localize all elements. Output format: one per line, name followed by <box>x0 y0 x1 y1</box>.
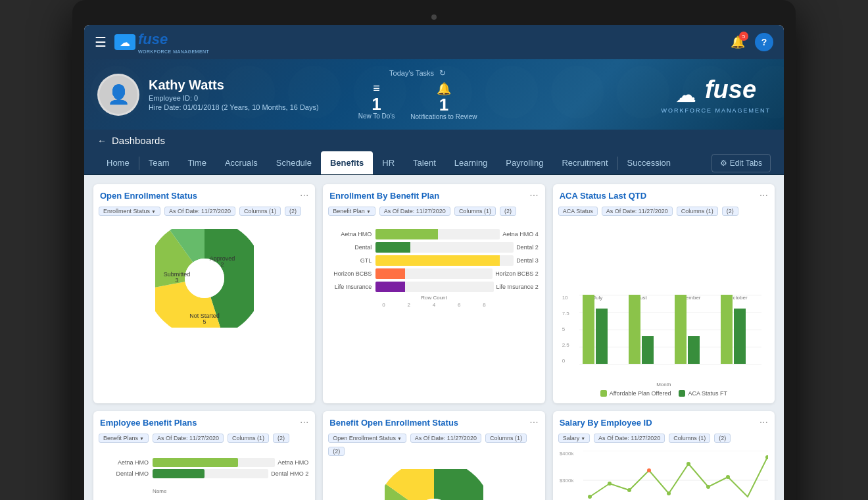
boe-filter-count[interactable]: (2) <box>328 447 345 456</box>
hero-logo: ☁ fuse WORKFORCE MANAGEMENT <box>661 75 771 114</box>
widget-menu-2[interactable]: ··· <box>529 189 538 201</box>
emp-benefit-filter-count[interactable]: (2) <box>273 434 289 443</box>
emp-benefit-date[interactable]: As Of Date: 11/27/2020 <box>153 434 224 443</box>
aca-filter-count[interactable]: (2) <box>722 207 738 216</box>
tab-benefits[interactable]: Benefits <box>321 151 373 174</box>
legend-dot-1 <box>600 390 607 397</box>
enrollment-columns[interactable]: Columns (1) <box>239 207 281 216</box>
notification-badge: 5 <box>739 32 748 41</box>
plan-columns[interactable]: Columns (1) <box>454 207 496 216</box>
emp-benefit-filter[interactable]: Benefit Plans ▼ <box>99 434 149 443</box>
tab-hr[interactable]: HR <box>373 151 404 174</box>
tasks-title: Today's Tasks ↻ <box>358 68 477 78</box>
widget-menu-5[interactable]: ··· <box>529 416 538 428</box>
breadcrumb-bar: ← Dashboards <box>84 130 784 151</box>
plan-dropdown-arrow: ▼ <box>366 209 371 214</box>
tab-schedule[interactable]: Schedule <box>267 151 321 174</box>
user-info: Kathy Watts Employee ID: 0 Hire Date: 01… <box>149 78 319 111</box>
hamburger-menu[interactable]: ☰ <box>95 34 107 50</box>
tab-home[interactable]: Home <box>97 151 139 174</box>
widget-menu-6[interactable]: ··· <box>760 416 768 428</box>
nav-icons: 🔔 5 ? <box>729 33 773 51</box>
plan-filter[interactable]: Benefit Plan ▼ <box>328 207 375 216</box>
widget-body-4: Aetna HMO Aetna HMO Dental HMO <box>93 447 315 500</box>
plan-filter-count[interactable]: (2) <box>500 207 516 216</box>
widget-menu-1[interactable]: ··· <box>300 189 308 201</box>
todo-count: 1 <box>358 95 395 113</box>
plan-date[interactable]: As Of Date: 11/27/2020 <box>379 207 450 216</box>
app-container: ☰ fuse WORKFORCE MANAGEMENT 🔔 5 ? <box>84 25 784 500</box>
bar-track-emp-1 <box>153 458 275 467</box>
widget-controls-3: ACA Status As Of Date: 11/27/2020 Column… <box>553 204 775 220</box>
salary-chart-area: $400k $300k $200k <box>560 451 768 500</box>
edit-tabs-button[interactable]: ⚙ Edit Tabs <box>711 154 771 172</box>
tab-recruitment[interactable]: Recruitment <box>552 151 617 174</box>
tab-succession[interactable]: Succession <box>618 151 680 174</box>
x-axis-ticks: 02468 <box>329 301 538 308</box>
salary-filter[interactable]: Salary ▼ <box>558 434 590 443</box>
hbar-fill-2 <box>375 242 410 253</box>
salary-date[interactable]: As Of Date: 11/27/2020 <box>594 434 665 443</box>
svg-rect-18 <box>688 336 700 364</box>
tab-accruals[interactable]: Accruals <box>216 151 267 174</box>
enrollment-date[interactable]: As Of Date: 11/27/2020 <box>164 207 235 216</box>
widget-benefit-enrollment-status: Benefit Open Enrollment Status ··· Open … <box>323 411 544 500</box>
dashboard: Open Enrollment Status ··· Enrollment St… <box>84 175 784 500</box>
hbar-label-1: Aetna HMO <box>329 231 375 238</box>
tab-team[interactable]: Team <box>139 151 179 174</box>
hbar-row-5: Life Insurance Life Insurance 2 <box>329 282 538 292</box>
boe-date[interactable]: As Of Date: 11/27/2020 <box>410 434 481 443</box>
help-button[interactable]: ? <box>755 33 773 51</box>
refresh-icon[interactable]: ↻ <box>439 68 446 78</box>
logo-area: fuse WORKFORCE MANAGEMENT <box>114 31 209 54</box>
boe-columns[interactable]: Columns (1) <box>485 434 527 443</box>
aca-filter[interactable]: ACA Status <box>558 207 598 216</box>
widget-header-2: Enrollment By Benefit Plan ··· <box>323 184 544 204</box>
back-button[interactable]: ← <box>97 136 107 146</box>
logo-text: fuse <box>138 31 209 48</box>
hbar-label-4: Horizon BCBS <box>329 270 375 277</box>
aca-chart-area: 107.552.50 <box>560 295 768 380</box>
tab-learning[interactable]: Learning <box>445 151 497 174</box>
hbar-row-4: Horizon BCBS Horizon BCBS 2 <box>329 268 538 279</box>
notif-label: Notifications to Review <box>410 113 477 120</box>
aca-legend: Affordable Plan Offered ACA Status FT <box>560 390 768 397</box>
aca-date[interactable]: As Of Date: 11/27/2020 <box>602 207 673 216</box>
boe-dropdown-arrow: ▼ <box>397 436 402 441</box>
svg-rect-14 <box>629 295 640 364</box>
hbar-fill-4 <box>375 268 404 279</box>
bell-button[interactable]: 🔔 5 <box>729 33 747 51</box>
tab-time[interactable]: Time <box>178 151 215 174</box>
widget-header-3: ACA Status Last QTD ··· <box>553 184 775 204</box>
employee-id: Employee ID: 0 <box>149 94 319 102</box>
tab-talent[interactable]: Talent <box>404 151 445 174</box>
svg-text:3: 3 <box>175 277 178 284</box>
salary-filter-count[interactable]: (2) <box>714 434 731 443</box>
svg-rect-11 <box>583 295 594 364</box>
dashboard-grid: Open Enrollment Status ··· Enrollment St… <box>93 184 775 500</box>
salary-columns[interactable]: Columns (1) <box>669 434 710 443</box>
widget-title-3: ACA Status Last QTD <box>560 191 760 201</box>
enrollment-filter[interactable]: Enrollment Status ▼ <box>99 207 160 216</box>
widget-title-4: Employee Benefit Plans <box>100 418 300 428</box>
widget-body-3: 107.552.50 <box>553 220 775 403</box>
emp-benefit-columns[interactable]: Columns (1) <box>228 434 269 443</box>
boe-filter[interactable]: Open Enrollment Status ▼ <box>328 434 406 443</box>
enrollment-filter-count[interactable]: (2) <box>285 207 301 216</box>
salary-dropdown-arrow: ▼ <box>581 436 585 441</box>
aca-bars-svg: 10 10 10 <box>579 295 775 364</box>
svg-rect-12 <box>596 309 608 364</box>
new-todos: ≡ 1 New To Do's <box>358 82 395 120</box>
edit-tabs-label: Edit Tabs <box>730 159 762 168</box>
hbar-chart: Aetna HMO Aetna HMO 4 Dental <box>329 224 538 311</box>
user-name: Kathy Watts <box>149 78 319 93</box>
widget-menu-3[interactable]: ··· <box>760 189 768 201</box>
x-axis-label: Row Count <box>329 295 538 301</box>
todo-icon: ≡ <box>358 82 395 95</box>
aca-columns[interactable]: Columns (1) <box>677 207 718 216</box>
hbar-track-4 <box>375 268 493 279</box>
widget-menu-4[interactable]: ··· <box>300 416 308 428</box>
notif-icon: 🔔 <box>410 82 477 96</box>
bar-val-emp-2: Dental HMO 2 <box>271 470 308 477</box>
tab-payrolling[interactable]: Payrolling <box>496 151 552 174</box>
